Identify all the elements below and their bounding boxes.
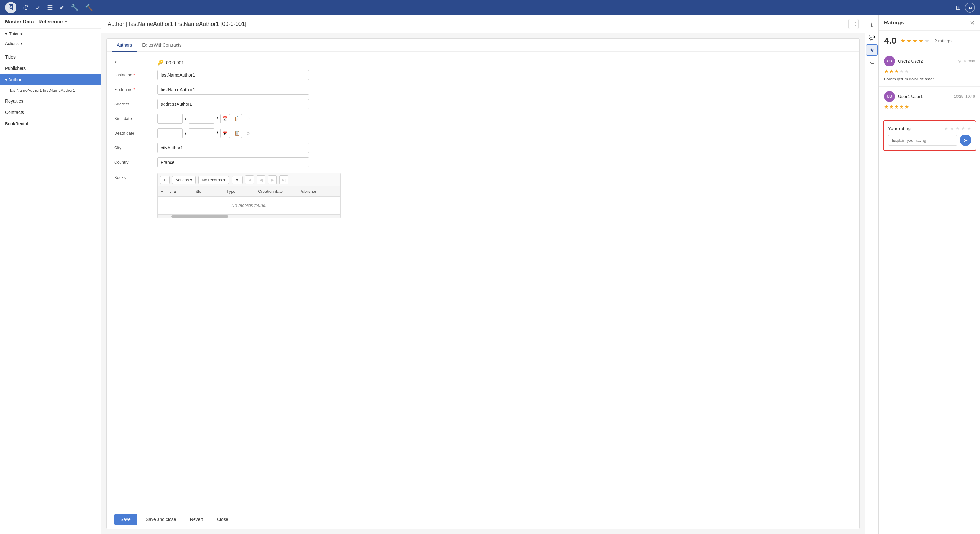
deathdate-clear-button[interactable]: ○ [245, 129, 252, 137]
col-date-header[interactable]: Creation date [258, 189, 299, 194]
clock-icon[interactable]: ⏱ [23, 4, 29, 11]
sidebar-item-publishers[interactable]: Publishers [0, 63, 101, 74]
your-star-4[interactable]: ★ [961, 125, 966, 131]
r1-star-4: ★ [899, 69, 904, 74]
user1-name: User1 User1 [898, 94, 951, 99]
tab-editor-with-contracts[interactable]: EditorWithContracts [137, 38, 186, 52]
submit-arrow-icon: ➤ [964, 137, 968, 143]
city-label: City [114, 143, 152, 150]
r1-star-2: ★ [889, 69, 894, 74]
next-page-icon: ▶ [271, 178, 274, 182]
review1-stars: ★ ★ ★ ★ ★ [884, 69, 975, 74]
col-type-header[interactable]: Type [226, 189, 258, 194]
books-toolbar: + Actions ▾ No records ▾ ▼ [157, 173, 341, 186]
save-button[interactable]: Save [114, 514, 137, 525]
close-button[interactable]: Close [212, 514, 234, 525]
books-actions-button[interactable]: Actions ▾ [172, 176, 196, 184]
your-star-1[interactable]: ★ [944, 125, 948, 131]
check-square-icon[interactable]: ✓ [35, 4, 41, 11]
tool-icon[interactable]: 🔨 [85, 4, 93, 11]
sidebar-section-tutorial[interactable]: ▾ Tutorial [0, 29, 101, 38]
firstname-input[interactable] [157, 84, 309, 95]
your-star-5[interactable]: ★ [967, 125, 971, 131]
form-row-address: Address [114, 99, 852, 109]
deathdate-day[interactable] [189, 128, 214, 138]
horizontal-scrollbar[interactable] [158, 214, 340, 218]
sidebar-item-contracts[interactable]: Contracts [0, 107, 101, 118]
form-row-books: Books + Actions ▾ No records [114, 172, 852, 218]
grid-view-icon[interactable]: ⊞ [956, 4, 961, 11]
review1-date: yesterday [958, 59, 975, 63]
star-4[interactable]: ★ [918, 37, 923, 44]
comment-icon-button[interactable]: 💬 [866, 32, 878, 43]
star-3[interactable]: ★ [912, 37, 917, 44]
birthdate-month[interactable] [157, 114, 183, 124]
wrench-icon[interactable]: 🔧 [71, 4, 79, 11]
books-last-page-button[interactable]: ▶| [279, 175, 288, 184]
col-id-header[interactable]: Id ▲ [168, 189, 194, 194]
tag-icon-button[interactable]: 🏷 [866, 57, 878, 69]
birthdate-clear-button[interactable]: ○ [245, 115, 252, 123]
sidebar-actions[interactable]: Actions ▾ [0, 38, 101, 48]
user2-name: User2 User2 [898, 59, 955, 64]
form-panel: Authors EditorWithContracts Id 🔑 00-0-00… [106, 38, 860, 529]
sidebar-item-bookrental[interactable]: BookRental [0, 118, 101, 129]
sidebar-subitem-author-record[interactable]: lastNameAuthor1 firstNameAuthor1 [0, 86, 101, 95]
sidebar-item-authors[interactable]: ▾ Authors [0, 74, 101, 86]
id-label: Id [114, 57, 152, 64]
birthdate-day[interactable] [189, 114, 214, 124]
save-close-button[interactable]: Save and close [141, 514, 181, 525]
books-record-count[interactable]: No records ▾ [198, 176, 229, 184]
revert-button[interactable]: Revert [185, 514, 208, 525]
star-1[interactable]: ★ [900, 37, 905, 44]
books-table-scroll: No records found. [158, 196, 340, 214]
r2-star-3: ★ [894, 104, 899, 110]
birthdate-calendar-icon[interactable]: 📅 [221, 114, 230, 123]
city-input[interactable] [157, 143, 309, 153]
plus-icon: + [164, 178, 166, 182]
user-avatar-button[interactable]: aa [965, 3, 975, 13]
address-input[interactable] [157, 99, 309, 109]
review2-stars: ★ ★ ★ ★ ★ [884, 104, 975, 110]
database-icon[interactable]: 🗄 [5, 2, 16, 13]
books-add-button[interactable]: + [160, 176, 170, 184]
books-first-page-button[interactable]: |◀ [245, 175, 254, 184]
comment-icon: 💬 [869, 35, 875, 40]
books-prev-page-button[interactable]: ◀ [256, 175, 266, 184]
review2-date: 10/25, 10:46 [954, 94, 975, 99]
tab-authors[interactable]: Authors [112, 38, 137, 52]
scrollbar-thumb[interactable] [172, 215, 228, 218]
rating-explanation-input[interactable] [888, 135, 957, 146]
rating-submit-button[interactable]: ➤ [960, 134, 971, 146]
expand-button[interactable]: ⛶ [848, 19, 859, 29]
deathdate-picker-icon[interactable]: 📋 [232, 129, 242, 138]
col-title-header[interactable]: Title [194, 189, 226, 194]
sidebar-dropdown-icon[interactable]: ▾ [65, 20, 67, 24]
checklist-icon[interactable]: ✔ [59, 4, 65, 11]
books-filter-button[interactable]: ▼ [232, 176, 243, 184]
filter-icon: ▼ [235, 178, 239, 182]
content-title: Author [ lastNameAuthor1 firstNameAuthor… [108, 21, 845, 27]
address-label: Address [114, 99, 152, 106]
col-handle: ≡ [161, 189, 168, 194]
country-input[interactable] [157, 157, 309, 167]
col-publisher-header[interactable]: Publisher [299, 189, 337, 194]
star-icon-button[interactable]: ★ [866, 44, 878, 56]
books-next-page-button[interactable]: ▶ [268, 175, 277, 184]
sidebar-item-titles[interactable]: Titles [0, 51, 101, 63]
lastname-input[interactable] [157, 70, 309, 80]
ratings-close-button[interactable]: ✕ [970, 20, 975, 26]
form-tabs: Authors EditorWithContracts [107, 38, 859, 52]
deathdate-calendar-icon[interactable]: 📅 [221, 129, 230, 138]
star-2[interactable]: ★ [906, 37, 912, 44]
deathdate-month[interactable] [157, 128, 183, 138]
your-star-2[interactable]: ★ [950, 125, 954, 131]
birthdate-picker-icon[interactable]: 📋 [232, 114, 242, 123]
sidebar-title: Master Data - Reference [5, 19, 63, 25]
form-footer: Save Save and close Revert Close [107, 510, 859, 529]
star-5[interactable]: ★ [924, 37, 929, 44]
your-star-3[interactable]: ★ [955, 125, 960, 131]
info-icon-button[interactable]: ℹ [866, 19, 878, 30]
sidebar-item-royalties[interactable]: Royalties [0, 95, 101, 107]
list-icon[interactable]: ☰ [47, 4, 53, 11]
